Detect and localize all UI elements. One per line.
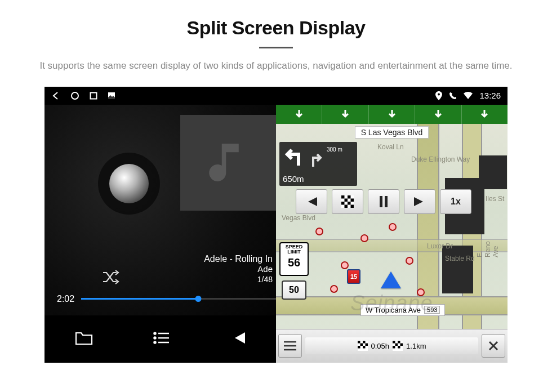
album-art (180, 115, 276, 211)
svg-rect-30 (363, 346, 366, 349)
nav-menu-button[interactable] (278, 334, 302, 358)
playlist-icon[interactable] (153, 331, 170, 347)
speed-multiplier-button[interactable]: 1x (440, 189, 471, 214)
svg-rect-26 (363, 341, 366, 344)
cross-street-number: 593 (424, 306, 440, 314)
prev-waypoint-button[interactable] (296, 189, 327, 214)
cross-street-label: W Tropicana Ave 593 (360, 304, 445, 316)
picture-icon[interactable] (108, 92, 115, 100)
map-label: Stable Rd (445, 255, 475, 262)
track-artist: Ade (204, 264, 273, 274)
svg-rect-17 (345, 204, 348, 208)
svg-point-6 (154, 337, 155, 338)
map-label: Iles St (486, 195, 504, 203)
svg-rect-35 (400, 344, 403, 346)
previous-icon[interactable] (230, 331, 246, 348)
vehicle-cursor-icon (381, 271, 401, 288)
recent-icon[interactable] (90, 92, 97, 100)
svg-rect-32 (393, 341, 395, 344)
next-turn-distance: 300 m (327, 146, 342, 153)
wifi-icon (464, 92, 473, 100)
arrow-down-icon (295, 109, 304, 120)
back-icon[interactable] (51, 91, 60, 100)
svg-rect-28 (365, 344, 368, 346)
lane-guidance-strip (276, 105, 508, 124)
svg-rect-34 (395, 344, 398, 346)
elapsed-time: 2:02 (57, 294, 74, 304)
device-frame: 13:26 Adele - Rolling In Ade 1/48 2:02 (44, 87, 508, 363)
checkered-icon (358, 341, 368, 351)
svg-rect-33 (398, 341, 400, 344)
nav-bottom-bar: 0:05h 1.1km (276, 329, 508, 363)
progress-bar[interactable]: 2:02 (57, 294, 276, 304)
track-counter: 1/48 (204, 275, 273, 284)
map-building (442, 246, 473, 293)
status-bar: 13:26 (44, 87, 508, 105)
turn-distance: 650m (283, 174, 354, 184)
nav-controls: 1x (296, 189, 471, 214)
next-waypoint-button[interactable] (404, 189, 435, 214)
svg-rect-18 (351, 204, 354, 208)
turn-right-icon (310, 151, 324, 168)
shuffle-icon[interactable] (102, 269, 121, 287)
eta-distance: 1.1km (406, 342, 426, 350)
home-icon[interactable] (70, 91, 79, 100)
speed-limit-value: 56 (281, 256, 308, 269)
music-pane: Adele - Rolling In Ade 1/48 2:02 (44, 105, 276, 363)
svg-point-4 (154, 332, 155, 334)
arrow-down-icon (341, 109, 350, 120)
speed-multiplier-text: 1x (451, 197, 461, 207)
checkered-button[interactable] (332, 189, 363, 214)
poi-icon[interactable] (330, 285, 338, 293)
svg-point-8 (154, 341, 155, 343)
speed-limit-label: SPEED LIMIT (281, 244, 308, 256)
poi-icon[interactable] (360, 234, 368, 242)
poi-icon[interactable] (417, 288, 425, 296)
svg-rect-20 (385, 196, 388, 207)
svg-rect-29 (358, 346, 360, 349)
arrow-down-icon (388, 109, 397, 120)
poi-icon[interactable] (406, 257, 413, 265)
current-road-label: S Las Vegas Blvd (355, 126, 429, 139)
svg-rect-15 (341, 202, 345, 205)
navigation-pane: S Las Vegas Blvd Koval Ln Duke Ellington… (276, 105, 508, 363)
svg-rect-12 (348, 195, 351, 199)
route-shield: 50 (282, 280, 306, 300)
speed-limit-sign: SPEED LIMIT 56 (279, 242, 309, 276)
turn-instruction: 300 m 650m (279, 142, 357, 186)
phone-icon (449, 92, 457, 100)
track-info: Adele - Rolling In Ade 1/48 (204, 254, 273, 284)
joystick-icon[interactable] (109, 164, 149, 203)
highway-shield: 15 (347, 269, 360, 284)
map-label: Vegas Blvd (282, 214, 315, 222)
svg-rect-16 (348, 202, 351, 205)
svg-rect-37 (398, 346, 400, 349)
nav-close-button[interactable] (482, 334, 505, 358)
turn-left-icon (283, 144, 306, 168)
svg-rect-27 (360, 344, 363, 346)
title-underline (259, 47, 293, 48)
page-title: Split Screen Display (0, 17, 552, 39)
map-label: Duke Ellington Way (411, 155, 470, 163)
svg-rect-25 (358, 341, 360, 344)
svg-rect-36 (393, 346, 395, 349)
svg-rect-14 (351, 198, 354, 202)
svg-point-3 (438, 93, 440, 95)
svg-rect-19 (380, 196, 382, 207)
arrow-down-icon (480, 109, 489, 120)
folder-icon[interactable] (75, 331, 93, 348)
poi-icon[interactable] (341, 261, 349, 269)
svg-rect-1 (91, 92, 97, 99)
location-icon (435, 91, 442, 100)
cross-street-name: W Tropicana Ave (366, 306, 421, 314)
svg-rect-11 (341, 195, 345, 199)
eta-chip[interactable]: 0:05h 1.1km (305, 337, 478, 354)
poi-icon[interactable] (315, 228, 323, 235)
pause-button[interactable] (368, 189, 399, 214)
svg-rect-13 (345, 198, 348, 202)
arrow-down-icon (434, 109, 443, 120)
subtitle: It supports the same screen display of t… (28, 59, 524, 73)
map-building (479, 155, 507, 189)
checkered-icon (393, 341, 403, 351)
poi-icon[interactable] (389, 223, 397, 231)
